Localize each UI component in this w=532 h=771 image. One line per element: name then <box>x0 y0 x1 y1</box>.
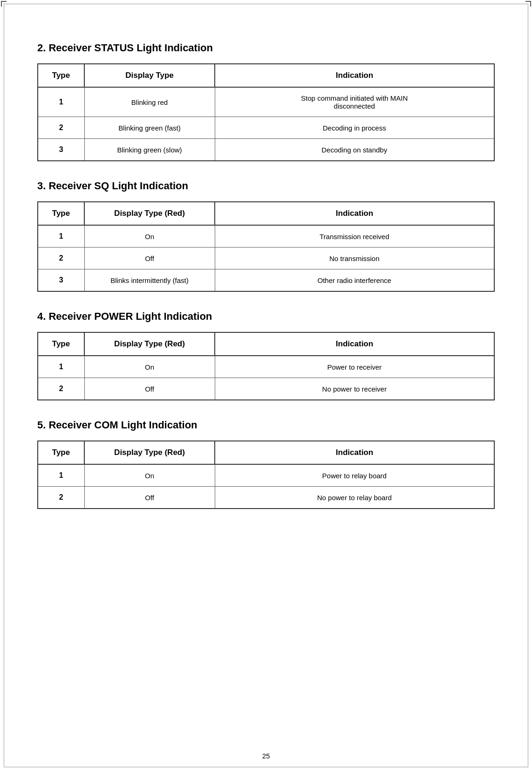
section-section3: 3. Receiver SQ Light IndicationTypeDispl… <box>37 180 495 292</box>
cell-1-2-1: Blinks intermittently (fast) <box>84 269 215 292</box>
col-header-3-2: Indication <box>215 441 494 464</box>
cell-1-1-0: 2 <box>38 248 84 269</box>
section-section5: 5. Receiver COM Light IndicationTypeDisp… <box>37 419 495 509</box>
cell-1-1-1: Off <box>84 248 215 269</box>
table-section4: TypeDisplay Type (Red)Indication1OnPower… <box>37 332 495 400</box>
corner-mark-tl <box>1 1 7 7</box>
cell-1-2-2: Other radio interference <box>215 269 494 292</box>
table-section5: TypeDisplay Type (Red)Indication1OnPower… <box>37 441 495 509</box>
table-row: 1OnPower to receiver <box>38 356 494 378</box>
cell-1-0-0: 1 <box>38 225 84 248</box>
cell-1-0-1: On <box>84 225 215 248</box>
section-section4: 4. Receiver POWER Light IndicationTypeDi… <box>37 310 495 400</box>
section-section2: 2. Receiver STATUS Light IndicationTypeD… <box>37 42 495 161</box>
col-header-2-2: Indication <box>215 332 494 356</box>
table-row: 1OnPower to relay board <box>38 464 494 487</box>
cell-3-0-2: Power to relay board <box>215 464 494 487</box>
section-title-section3: 3. Receiver SQ Light Indication <box>37 180 495 192</box>
table-row: 2Blinking green (fast)Decoding in proces… <box>38 117 494 139</box>
col-header-0-1: Display Type <box>84 64 215 87</box>
cell-0-0-2: Stop command initiated with MAINdisconne… <box>215 87 494 117</box>
table-row: 1Blinking redStop command initiated with… <box>38 87 494 117</box>
col-header-0-2: Indication <box>215 64 494 87</box>
col-header-2-0: Type <box>38 332 84 356</box>
cell-2-1-2: No power to receiver <box>215 378 494 400</box>
cell-2-1-1: Off <box>84 378 215 400</box>
cell-0-2-0: 3 <box>38 139 84 161</box>
cell-0-2-2: Decoding on standby <box>215 139 494 161</box>
table-row: 2OffNo power to receiver <box>38 378 494 400</box>
table-row: 2OffNo power to relay board <box>38 487 494 509</box>
cell-1-0-2: Transmission received <box>215 225 494 248</box>
col-header-1-1: Display Type (Red) <box>84 202 215 225</box>
col-header-3-0: Type <box>38 441 84 464</box>
content-wrapper: 2. Receiver STATUS Light IndicationTypeD… <box>37 19 495 509</box>
col-header-1-2: Indication <box>215 202 494 225</box>
cell-0-1-2: Decoding in process <box>215 117 494 139</box>
section-title-section4: 4. Receiver POWER Light Indication <box>37 310 495 323</box>
cell-3-1-1: Off <box>84 487 215 509</box>
cell-1-1-2: No transmission <box>215 248 494 269</box>
cell-2-1-0: 2 <box>38 378 84 400</box>
cell-2-0-0: 1 <box>38 356 84 378</box>
cell-0-1-0: 2 <box>38 117 84 139</box>
section-title-section2: 2. Receiver STATUS Light Indication <box>37 42 495 54</box>
table-row: 3Blinking green (slow)Decoding on standb… <box>38 139 494 161</box>
cell-3-0-1: On <box>84 464 215 487</box>
table-section2: TypeDisplay TypeIndication1Blinking redS… <box>37 63 495 161</box>
cell-3-0-0: 1 <box>38 464 84 487</box>
cell-3-1-0: 2 <box>38 487 84 509</box>
cell-3-1-2: No power to relay board <box>215 487 494 509</box>
section-title-section5: 5. Receiver COM Light Indication <box>37 419 495 431</box>
col-header-1-0: Type <box>38 202 84 225</box>
col-header-2-1: Display Type (Red) <box>84 332 215 356</box>
cell-1-2-0: 3 <box>38 269 84 292</box>
col-header-3-1: Display Type (Red) <box>84 441 215 464</box>
cell-2-0-2: Power to receiver <box>215 356 494 378</box>
corner-mark-tr <box>525 1 531 7</box>
col-header-0-0: Type <box>38 64 84 87</box>
table-row: 2OffNo transmission <box>38 248 494 269</box>
table-section3: TypeDisplay Type (Red)Indication1OnTrans… <box>37 201 495 292</box>
cell-2-0-1: On <box>84 356 215 378</box>
table-row: 1OnTransmission received <box>38 225 494 248</box>
table-row: 3Blinks intermittently (fast)Other radio… <box>38 269 494 292</box>
cell-0-1-1: Blinking green (fast) <box>84 117 215 139</box>
page-number: 25 <box>0 752 532 760</box>
cell-0-0-0: 1 <box>38 87 84 117</box>
cell-0-0-1: Blinking red <box>84 87 215 117</box>
cell-0-2-1: Blinking green (slow) <box>84 139 215 161</box>
